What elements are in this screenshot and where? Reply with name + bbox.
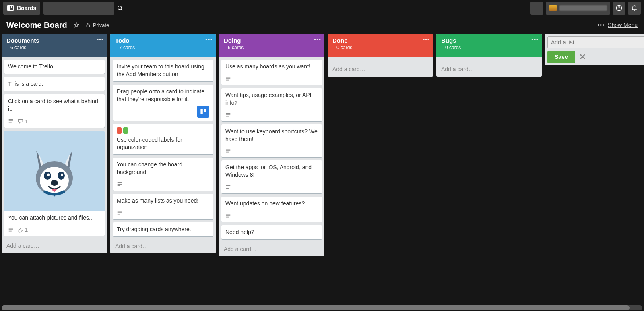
- card[interactable]: Use color-coded labels for organization: [113, 124, 213, 155]
- list-cards: Invite your team to this board using the…: [110, 57, 216, 239]
- card[interactable]: You can attach pictures and files...1: [4, 131, 105, 236]
- list-menu-button[interactable]: •••: [97, 36, 104, 43]
- card[interactable]: Get the apps for iOS, Android, and Windo…: [221, 160, 322, 193]
- add-card-button[interactable]: Add a card…: [219, 242, 324, 256]
- show-menu[interactable]: ••• Show Menu: [597, 22, 638, 28]
- description-icon: [117, 210, 122, 216]
- card-title: You can attach pictures and files...: [8, 214, 101, 222]
- card[interactable]: Use as many boards as you want!: [221, 60, 322, 85]
- lock-icon: [86, 23, 91, 27]
- star-icon: [74, 22, 79, 28]
- star-button[interactable]: [74, 22, 79, 28]
- card[interactable]: You can change the board background.: [113, 158, 213, 191]
- card-title: Get the apps for iOS, Android, and Windo…: [225, 164, 318, 179]
- svg-rect-26: [204, 109, 206, 112]
- list-count: 0 cards: [336, 45, 428, 50]
- add-card-button[interactable]: Add a card…: [436, 62, 542, 77]
- horizontal-scrollbar[interactable]: [0, 305, 644, 311]
- add-card-button[interactable]: Add a card…: [110, 239, 216, 253]
- card[interactable]: Drag people onto a card to indicate that…: [113, 85, 213, 121]
- card[interactable]: Need help?: [221, 225, 322, 239]
- list-menu-button[interactable]: •••: [531, 36, 539, 43]
- help-button[interactable]: ?: [613, 2, 625, 15]
- card[interactable]: Want updates on new features?: [221, 197, 322, 222]
- board-title: Welcome Board: [6, 21, 67, 30]
- list-done: Done0 cards•••Add a card…: [328, 34, 433, 77]
- ellipsis-icon: •••: [597, 22, 605, 28]
- list-name: Documents: [6, 37, 102, 44]
- comments-badge: 1: [18, 118, 28, 124]
- svg-point-18: [47, 173, 50, 176]
- list-name: Todo: [115, 37, 211, 44]
- card-badges: [225, 76, 231, 82]
- add-list-input[interactable]: [547, 36, 644, 48]
- svg-point-19: [61, 173, 63, 176]
- topbar-right: ?: [530, 2, 641, 15]
- list-name: Done: [332, 37, 428, 44]
- svg-line-4: [121, 9, 123, 11]
- list-header[interactable]: Done0 cards•••: [328, 34, 433, 57]
- list-count: 6 cards: [228, 45, 320, 50]
- description-icon: [225, 185, 231, 190]
- user-menu[interactable]: [546, 2, 610, 15]
- list-count: 6 cards: [10, 45, 102, 50]
- create-button[interactable]: [530, 2, 543, 15]
- card[interactable]: Welcome to Trello!: [4, 60, 105, 74]
- card[interactable]: This is a card.: [4, 77, 105, 91]
- list-cards: [436, 57, 542, 62]
- list-header[interactable]: Todo7 cards•••: [110, 34, 216, 57]
- add-card-button[interactable]: Add a card…: [2, 238, 107, 253]
- card-badges: [225, 213, 231, 219]
- list-header[interactable]: Doing6 cards•••: [219, 34, 324, 57]
- list-menu-button[interactable]: •••: [205, 36, 213, 43]
- svg-rect-25: [200, 109, 202, 114]
- card-title: This is a card.: [8, 80, 101, 88]
- description-icon: [225, 76, 231, 82]
- card-title: Want updates on new features?: [225, 200, 318, 207]
- card[interactable]: Invite your team to this board using the…: [113, 60, 213, 81]
- close-icon[interactable]: ✕: [579, 52, 586, 62]
- list-cards: [328, 57, 433, 62]
- boards-button[interactable]: Boards: [3, 2, 40, 15]
- card-title: Need help?: [225, 228, 318, 236]
- list-header[interactable]: Documents6 cards•••: [2, 34, 107, 57]
- card-labels: [117, 127, 209, 134]
- save-button[interactable]: Save: [547, 51, 575, 63]
- privacy-label: Private: [93, 22, 109, 28]
- description-icon: [8, 118, 14, 124]
- board-canvas: Documents6 cards•••Welcome to Trello!Thi…: [0, 34, 644, 305]
- card[interactable]: Want to use keyboard shortcuts? We have …: [221, 124, 322, 158]
- card-title: Welcome to Trello!: [8, 63, 101, 70]
- card-title: You can change the board background.: [117, 161, 209, 176]
- show-menu-link[interactable]: Show Menu: [608, 22, 638, 28]
- list-header[interactable]: Bugs0 cards•••: [436, 34, 542, 57]
- card[interactable]: Make as many lists as you need!: [113, 194, 213, 219]
- label-green: [123, 127, 128, 134]
- privacy-indicator[interactable]: Private: [86, 22, 109, 28]
- card-badges: 1: [8, 227, 28, 233]
- card[interactable]: Want tips, usage examples, or API info?: [221, 88, 322, 121]
- list-count: 0 cards: [445, 45, 537, 50]
- add-card-button[interactable]: Add a card…: [328, 62, 433, 77]
- card-badges: [117, 210, 122, 216]
- search-box[interactable]: [43, 2, 114, 15]
- list-menu-button[interactable]: •••: [314, 36, 321, 43]
- scroll-thumb[interactable]: [2, 305, 630, 310]
- card-title: Want to use keyboard shortcuts? We have …: [225, 128, 318, 143]
- description-icon: [225, 213, 231, 219]
- card-badges: [225, 112, 231, 118]
- list-menu-button[interactable]: •••: [423, 36, 430, 43]
- search-input[interactable]: [47, 5, 117, 11]
- list-bugs: Bugs0 cards•••Add a card…: [436, 34, 542, 77]
- notifications-button[interactable]: [628, 2, 641, 15]
- board-header: Welcome Board Private ••• Show Menu: [0, 16, 644, 34]
- description-icon: [8, 227, 14, 233]
- card-title: Invite your team to this board using the…: [117, 63, 209, 78]
- avatar: [549, 5, 557, 11]
- card[interactable]: Try dragging cards anywhere.: [113, 222, 213, 236]
- member-avatar[interactable]: [197, 106, 209, 118]
- list-name: Bugs: [441, 37, 537, 44]
- svg-rect-10: [87, 25, 90, 27]
- card[interactable]: Click on a card to see what's behind it.…: [4, 94, 105, 128]
- label-red: [117, 127, 122, 134]
